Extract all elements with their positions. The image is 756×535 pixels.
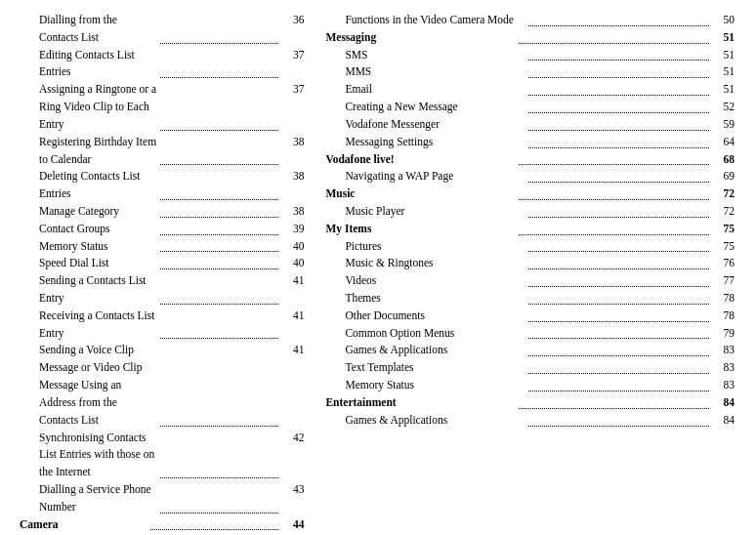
entry-dots [160, 130, 279, 131]
right-column: Functions in the Video Camera Mode50Mess… [315, 12, 736, 535]
entry-dots [528, 286, 709, 287]
toc-entry: SMS51 [325, 47, 736, 64]
entry-dots [160, 234, 279, 235]
toc-entry: Vodafone live!68 [325, 151, 736, 169]
entry-dots [528, 95, 709, 96]
entry-page: 76 [711, 255, 735, 272]
entry-dots [528, 391, 709, 391]
entry-text: Navigating a WAP Page [345, 168, 525, 185]
entry-text: Games & Applications [345, 342, 525, 359]
toc-entry: Dialling from the Contacts List36 [20, 12, 306, 47]
entry-page: 79 [711, 325, 735, 343]
entry-page: 83 [711, 377, 735, 394]
entry-dots [519, 43, 709, 44]
entry-dots [160, 43, 279, 44]
toc-entry: Vodafone Messenger59 [325, 116, 736, 134]
entry-page: 84 [711, 394, 735, 412]
toc-entry: My Items75 [325, 221, 736, 238]
entry-text: Creating a New Message [345, 99, 525, 116]
toc-entry: Videos77 [325, 272, 736, 290]
entry-page: 38 [280, 203, 304, 221]
toc-entry: Sending a Voice Clip Message or Video Cl… [20, 342, 306, 429]
entry-dots [519, 199, 709, 200]
entry-text: Other Documents [345, 308, 525, 325]
entry-page: 75 [711, 238, 735, 256]
entry-text: Themes [345, 290, 525, 308]
entry-text: Memory Status [39, 238, 158, 256]
toc-entry: Games & Applications84 [325, 412, 736, 430]
entry-page: 51 [711, 29, 735, 47]
entry-dots [528, 130, 709, 131]
toc-entry: Music72 [325, 185, 736, 203]
entry-text: Common Option Menus [345, 325, 525, 343]
entry-page: 64 [711, 134, 735, 151]
toc-entry: Music Player72 [325, 203, 736, 221]
entry-text: Assigning a Ringtone or a Ring Video Cli… [39, 81, 158, 133]
entry-dots [528, 60, 709, 61]
entry-page: 68 [711, 151, 735, 169]
toc-entry: Creating a New Message52 [325, 99, 736, 116]
toc-entry: Memory Status83 [325, 377, 736, 394]
entry-dots [519, 408, 709, 409]
entry-dots [519, 234, 709, 235]
entry-text: Functions in the Video Camera Mode [345, 12, 525, 29]
entry-page: 44 [280, 516, 304, 534]
toc-entry: Themes78 [325, 290, 736, 308]
toc-entry: Sending a Contacts List Entry41 [20, 272, 306, 308]
entry-page: 38 [280, 134, 304, 169]
entry-text: Synchronising Contacts List Entries with… [39, 430, 158, 481]
entry-text: Receiving a Contacts List Entry [39, 308, 158, 343]
toc-entry: Other Documents78 [325, 308, 736, 325]
entry-text: Sending a Voice Clip Message or Video Cl… [39, 342, 158, 429]
entry-text: Music & Ringtones [345, 255, 525, 272]
toc-entry: Games & Applications83 [325, 342, 736, 359]
entry-page: 69 [711, 168, 735, 185]
entry-dots [160, 426, 279, 427]
entry-dots [160, 513, 279, 514]
entry-dots [528, 304, 709, 305]
entry-page: 52 [711, 99, 735, 116]
entry-text: Sending a Contacts List Entry [39, 272, 158, 308]
entry-page: 41 [280, 308, 304, 343]
toc-entry: Synchronising Contacts List Entries with… [20, 430, 306, 481]
entry-dots [528, 112, 709, 113]
toc-entry: MMS51 [325, 63, 736, 81]
entry-text: Deleting Contacts List Entries [39, 168, 158, 203]
entry-text: Registering Birthday Item to Calendar [39, 134, 158, 169]
toc-entry: Deleting Contacts List Entries38 [20, 168, 306, 203]
entry-dots [528, 182, 709, 183]
entry-dots [528, 217, 709, 218]
toc-entry: Entertainment84 [325, 394, 736, 412]
entry-text: Music Player [345, 203, 525, 221]
entry-dots [160, 251, 279, 252]
entry-text: Games & Applications [345, 412, 525, 430]
entry-dots [160, 338, 279, 339]
entry-page: 38 [280, 168, 304, 203]
entry-text: My Items [325, 221, 516, 238]
entry-page: 78 [711, 308, 735, 325]
left-column: Dialling from the Contacts List36Editing… [20, 12, 315, 535]
entry-page: 36 [280, 12, 304, 47]
entry-page: 51 [711, 63, 735, 81]
entry-page: 77 [711, 272, 735, 290]
entry-text: Speed Dial List [39, 255, 158, 272]
entry-page: 37 [280, 81, 304, 133]
toc-entry: Receiving a Contacts List Entry41 [20, 308, 306, 343]
entry-page: 72 [711, 185, 735, 203]
columns-wrapper: Dialling from the Contacts List36Editing… [20, 12, 736, 535]
entry-dots [160, 477, 279, 478]
toc-entry: Speed Dial List40 [20, 255, 306, 272]
toc-entry: Email51 [325, 81, 736, 99]
toc-entry: Messaging Settings64 [325, 134, 736, 151]
entry-text: Entertainment [325, 394, 516, 412]
entry-text: Messaging Settings [345, 134, 525, 151]
toc-entry: Common Option Menus79 [325, 325, 736, 343]
toc-entry: Editing Contacts List Entries37 [20, 47, 306, 82]
entry-page: 78 [711, 290, 735, 308]
entry-dots [528, 77, 709, 78]
entry-text: Vodafone Messenger [345, 116, 525, 134]
toc-entry: Messaging51 [325, 29, 736, 47]
toc-entry: Navigating a WAP Page69 [325, 168, 736, 185]
entry-text: Dialling a Service Phone Number [39, 481, 158, 516]
entry-text: Memory Status [345, 377, 525, 394]
